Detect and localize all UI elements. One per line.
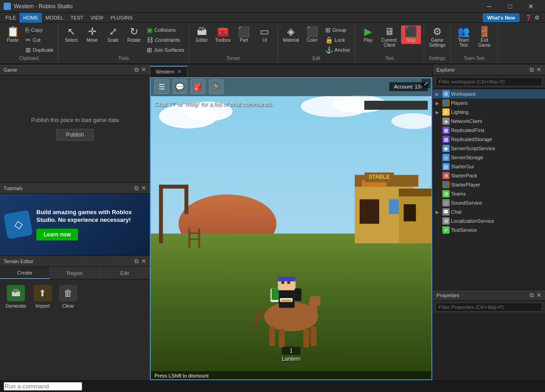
color-button[interactable]: ⬛ Color (302, 25, 322, 44)
lock-button[interactable]: 🔒 Lock (323, 35, 352, 44)
titlebar-controls[interactable]: ─ □ ✕ (479, 0, 541, 13)
properties-controls[interactable]: ⧉ ✕ (530, 292, 541, 299)
minimize-button[interactable]: ─ (479, 0, 500, 13)
tree-item-startergui[interactable]: ▤StarterGui (433, 162, 545, 171)
command-input[interactable] (4, 382, 82, 391)
menu-model[interactable]: MODEL (42, 13, 67, 23)
properties-search-input[interactable] (436, 303, 542, 312)
terrain-tabs[interactable]: Create Region Edit (0, 267, 150, 279)
menu-view[interactable]: VIEW (87, 13, 107, 23)
tutorials-panel-controls[interactable]: ⧉ ✕ (134, 185, 146, 192)
select-label: Select (65, 38, 78, 43)
terrain-generate-tool[interactable]: 🏔 Generate (5, 285, 26, 309)
hud-player-btn[interactable]: 🏃 (209, 79, 223, 94)
part-button[interactable]: ⬛ Part (234, 25, 254, 44)
properties-close-icon[interactable]: ✕ (536, 292, 541, 299)
terrain-panel-close-icon[interactable]: ✕ (141, 258, 146, 265)
tree-item-soundservice[interactable]: ♪SoundService (433, 198, 545, 207)
tree-item-workspace[interactable]: ▶⚙Workspace (433, 89, 545, 98)
tree-item-starterplayer[interactable]: 👤StarterPlayer (433, 180, 545, 189)
properties-float-icon[interactable]: ⧉ (530, 292, 534, 299)
menu-home[interactable]: HOME (20, 13, 42, 23)
tree-item-networkclient[interactable]: ◈NetworkClient (433, 117, 545, 126)
current-client-button[interactable]: 🖥 Current:Client (379, 25, 400, 49)
menu-test[interactable]: TEST (67, 13, 87, 23)
rotate-button[interactable]: ↻ Rotate (124, 25, 144, 44)
material-button[interactable]: ◈ Material (281, 25, 302, 44)
tree-item-teams[interactable]: ⊞Teams (433, 189, 545, 198)
tree-item-replicatedfirst[interactable]: ▦ReplicatedFirst (433, 126, 545, 135)
learn-now-button[interactable]: Learn now (36, 229, 78, 240)
game-panel-close-icon[interactable]: ✕ (141, 66, 146, 74)
terrain-editor-button[interactable]: 🏔 Editor (192, 25, 212, 44)
hud-menu-btn[interactable]: ☰ (154, 79, 169, 94)
tree-item-players[interactable]: ▶👤Players (433, 98, 545, 108)
terrain-panel-float-icon[interactable]: ⧉ (134, 258, 139, 265)
hud-chat-btn[interactable]: 💬 (173, 79, 187, 94)
terrain-panel-controls[interactable]: ⧉ ✕ (134, 258, 146, 265)
help-icon[interactable]: ❓ (525, 15, 532, 21)
tree-item-lighting[interactable]: ▶☀Lighting (433, 108, 545, 117)
tab-close-icon[interactable]: ✕ (177, 69, 182, 75)
anchor-button[interactable]: ⚓ Anchor (323, 45, 352, 54)
collisions-icon: ▣ (147, 26, 153, 34)
explorer-float-icon[interactable]: ⧉ (530, 66, 534, 74)
exit-game-button[interactable]: 🚪 ExitGame (475, 25, 495, 49)
constraints-button[interactable]: ⛓ Constraints (145, 35, 186, 44)
viewport-tab-western[interactable]: Western ✕ (150, 66, 188, 77)
expand-viewport-button[interactable]: ⤢ (421, 79, 431, 88)
tree-label-teams: Teams (451, 191, 466, 196)
tree-item-replicatedstorage[interactable]: ▦ReplicatedStorage (433, 135, 545, 144)
team-test-button[interactable]: 👥 TeamTest (454, 25, 474, 49)
play-button[interactable]: ▶ Play (358, 25, 378, 44)
tree-icon-serverscriptservice: ◉ (442, 145, 450, 152)
hud-backpack-btn[interactable]: 🎒 (191, 79, 205, 94)
properties-search[interactable] (433, 301, 545, 314)
terrain-clear-tool[interactable]: 🗑 Clear (59, 285, 77, 309)
tree-icon-chat: 💬 (442, 208, 450, 216)
tree-item-testservice[interactable]: ✔TestService (433, 225, 545, 235)
toolbox-button[interactable]: 🧰 Toolbox (213, 25, 233, 44)
paste-button[interactable]: 📋 Paste (3, 25, 23, 44)
terrain-tab-edit[interactable]: Edit (100, 267, 150, 279)
tree-item-chat[interactable]: ▶💬Chat (433, 207, 545, 216)
svg-rect-24 (188, 239, 200, 240)
tutorials-panel-float-icon[interactable]: ⧉ (134, 185, 139, 192)
terrain-tab-create[interactable]: Create (0, 267, 50, 279)
explorer-controls[interactable]: ⧉ ✕ (530, 66, 541, 74)
scale-button[interactable]: ⤢ Scale (103, 25, 123, 44)
collisions-button[interactable]: ▣ Collisions (145, 25, 186, 34)
explorer-search[interactable] (433, 75, 545, 88)
settings-icon[interactable]: ⚙ (535, 15, 540, 21)
properties-panel: Properties ⧉ ✕ (433, 289, 545, 380)
game-settings-button[interactable]: ⚙ GameSettings (427, 25, 448, 49)
tree-item-starterpack[interactable]: ⊞StarterPack (433, 171, 545, 180)
menu-plugins[interactable]: PLUGINS (107, 13, 136, 23)
close-button[interactable]: ✕ (520, 0, 541, 13)
stop-button[interactable]: ⬛ Stop (401, 25, 421, 44)
duplicate-button[interactable]: ⊞ Duplicate (24, 45, 55, 54)
tree-item-localizationservice[interactable]: ⊞LocalizationService (433, 216, 545, 225)
whats-new-button[interactable]: What's New (483, 13, 520, 22)
game-panel-float-icon[interactable]: ⧉ (134, 66, 139, 74)
explorer-search-input[interactable] (436, 77, 542, 86)
tree-item-serverstorage[interactable]: ◎ServerStorage (433, 153, 545, 162)
generate-icon: 🏔 (7, 285, 25, 301)
menu-file[interactable]: FILE (2, 13, 20, 23)
ui-button[interactable]: ▭ UI (255, 25, 275, 44)
cut-button[interactable]: ✂ Cut (24, 35, 55, 44)
tutorials-panel-close-icon[interactable]: ✕ (141, 185, 146, 192)
select-button[interactable]: ↖ Select (61, 25, 81, 44)
publish-button[interactable]: Publish (56, 129, 93, 141)
terrain-tab-region[interactable]: Region (50, 267, 100, 279)
group-button[interactable]: ⊞ Group (323, 25, 352, 34)
explorer-close-icon[interactable]: ✕ (536, 66, 541, 74)
copy-button[interactable]: ⎘ Copy (24, 25, 55, 34)
game-panel-controls[interactable]: ⧉ ✕ (134, 66, 146, 74)
maximize-button[interactable]: □ (500, 0, 520, 13)
viewport[interactable]: STABLE (150, 77, 432, 380)
terrain-import-tool[interactable]: ⬆ Import (34, 285, 52, 309)
move-button[interactable]: ✛ Move (82, 25, 102, 44)
tree-item-serverscriptservice[interactable]: ◉ServerScriptService (433, 144, 545, 153)
join-surfaces-button[interactable]: ⊞ Join Surfaces (145, 45, 186, 54)
